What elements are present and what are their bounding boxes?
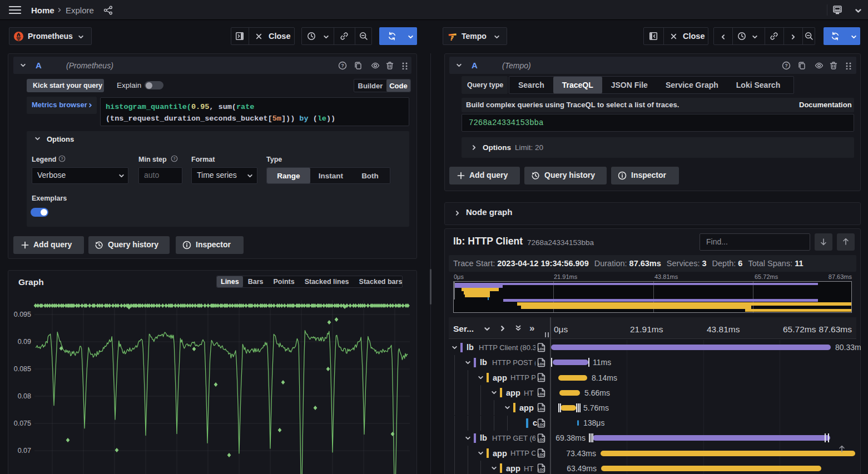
- svg-text:LOG: LOG: [538, 347, 544, 351]
- svg-text:LOG: LOG: [538, 377, 544, 381]
- svg-text:LOG: LOG: [538, 423, 544, 426]
- svg-text:LOG: LOG: [538, 453, 544, 456]
- svg-text:?: ?: [61, 157, 63, 161]
- svg-text:LOG: LOG: [538, 392, 544, 396]
- svg-text:?: ?: [785, 63, 787, 68]
- svg-text:?: ?: [173, 157, 175, 161]
- svg-text:?: ?: [341, 63, 344, 68]
- svg-text:LOG: LOG: [538, 468, 544, 471]
- svg-text:LOG: LOG: [538, 407, 544, 411]
- svg-text:LOG: LOG: [538, 438, 544, 441]
- svg-text:LOG: LOG: [538, 362, 544, 366]
